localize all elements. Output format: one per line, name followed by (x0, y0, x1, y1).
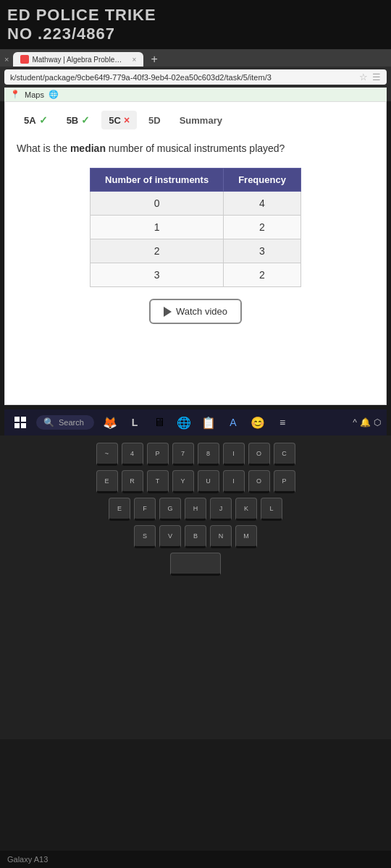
tab-5B-label: 5B (67, 115, 79, 126)
tab-5C[interactable]: 5C × (101, 111, 137, 129)
keyboard-row-1: E R T Y U I O P (22, 470, 369, 493)
taskbar-right: ^ 🔔 ⬡ (353, 417, 381, 427)
table-row: 12 (91, 216, 301, 239)
maps-globe-icon: 🌐 (49, 90, 59, 99)
key-S[interactable]: S (134, 525, 156, 548)
taskbar-search[interactable]: 🔍 Search (36, 415, 94, 430)
address-bar[interactable]: k/student/package/9cbe64f9-779a-40f3-9eb… (4, 69, 387, 85)
key-M[interactable]: M (235, 525, 257, 548)
cell-instruments: 0 (91, 192, 224, 216)
taskbar-icon-monitor[interactable]: 🖥 (149, 412, 169, 433)
tab-5A[interactable]: 5A ✓ (17, 111, 55, 129)
taskbar-chevron-icon[interactable]: ^ (353, 417, 357, 427)
tab-5D[interactable]: 5D (141, 111, 168, 129)
keyboard: ~ 4 P 7 8 I O C E R T Y U I O P E F G H … (22, 443, 369, 576)
top-bar: ED POLICE TRIKE NO .223/4867 (0, 0, 391, 49)
watch-video-label: Watch video (176, 306, 227, 317)
tab-summary[interactable]: Summary (172, 111, 230, 129)
search-text: Search (59, 418, 84, 427)
key-I[interactable]: I (223, 470, 245, 493)
key-F[interactable]: F (134, 498, 156, 521)
key-H[interactable]: H (185, 498, 206, 521)
start-button[interactable] (10, 412, 30, 433)
key-L[interactable]: L (261, 498, 282, 521)
key-4[interactable]: 4 (122, 443, 143, 466)
tab-summary-label: Summary (180, 115, 222, 126)
device-label: Galaxy A13 (7, 855, 48, 864)
taskbar-icon-face[interactable]: 😊 (248, 412, 268, 433)
taskbar-alert-icon[interactable]: 🔔 (360, 417, 371, 427)
taskbar-icon-bars[interactable]: ≡ (272, 412, 293, 433)
keyboard-row-2: E F G H J K L (22, 498, 369, 521)
keyboard-row-0: ~ 4 P 7 8 I O C (22, 443, 369, 466)
tab-label: Mathway | Algebra Problem So (32, 56, 126, 64)
cell-frequency: 3 (224, 239, 301, 263)
key-K[interactable]: K (235, 498, 257, 521)
table-row: 32 (91, 263, 301, 287)
question-suffix: number of musical instruments played? (106, 142, 285, 154)
key-N[interactable]: N (210, 525, 232, 548)
taskbar-time-icon: ⬡ (374, 417, 381, 427)
play-icon (164, 307, 172, 317)
taskbar-icon-fox[interactable]: 🦊 (100, 412, 120, 433)
cell-instruments: 3 (91, 263, 224, 287)
key-8[interactable]: 8 (198, 443, 219, 466)
maps-label[interactable]: Maps (25, 90, 44, 99)
question-keyword: median (70, 142, 106, 154)
key-tilde[interactable]: ~ (96, 443, 118, 466)
table-row: 23 (91, 239, 301, 263)
active-tab[interactable]: Mathway | Algebra Problem So × (13, 52, 143, 67)
key-i0[interactable]: I (223, 443, 245, 466)
watch-video-container: Watch video (17, 299, 374, 324)
windows-icon (14, 417, 26, 428)
key-P[interactable]: P (274, 470, 295, 493)
bottom-bar: Galaxy A13 (0, 851, 391, 868)
watch-video-button[interactable]: Watch video (149, 299, 242, 324)
key-p-top[interactable]: P (147, 443, 169, 466)
key-O[interactable]: O (248, 470, 270, 493)
cell-frequency: 2 (224, 263, 301, 287)
tab-5A-check-icon: ✓ (39, 114, 48, 126)
key-spacebar[interactable] (170, 553, 221, 576)
cell-frequency: 4 (224, 192, 301, 216)
key-T[interactable]: T (147, 470, 169, 493)
question-text: What is the median number of musical ins… (17, 141, 374, 156)
top-bar-line2: NO .223/4867 (7, 25, 384, 43)
key-R[interactable]: R (122, 470, 143, 493)
col-header-frequency: Frequency (224, 169, 301, 192)
tab-5B[interactable]: 5B ✓ (59, 111, 98, 129)
taskbar-icon-l[interactable]: L (125, 412, 145, 433)
key-Y[interactable]: Y (172, 470, 194, 493)
key-B[interactable]: B (185, 525, 206, 548)
bookmark-icon[interactable]: ☆ (359, 72, 368, 82)
cell-instruments: 1 (91, 216, 224, 239)
tab-close-icon[interactable]: × (133, 56, 137, 64)
key-V[interactable]: V (159, 525, 181, 548)
tab-5B-check-icon: ✓ (81, 114, 90, 126)
taskbar-icon-clipboard[interactable]: 📋 (198, 412, 219, 433)
key-7[interactable]: 7 (172, 443, 194, 466)
key-G[interactable]: G (159, 498, 181, 521)
tab-favicon-icon (20, 55, 29, 64)
key-E2[interactable]: E (109, 498, 130, 521)
keyboard-row-3: S V B N M (22, 525, 369, 548)
tab-5C-label: 5C (109, 115, 121, 126)
new-tab-button[interactable]: + (146, 53, 161, 66)
key-o0[interactable]: O (248, 443, 270, 466)
table-row: 04 (91, 192, 301, 216)
taskbar: 🔍 Search 🦊 L 🖥 🌐 📋 A 😊 ≡ ^ 🔔 ⬡ (4, 409, 387, 435)
key-c0[interactable]: C (274, 443, 295, 466)
key-U[interactable]: U (198, 470, 219, 493)
taskbar-icon-globe[interactable]: 🌐 (174, 412, 194, 433)
key-E[interactable]: E (96, 470, 118, 493)
cell-instruments: 2 (91, 239, 224, 263)
taskbar-icon-number[interactable]: A (223, 412, 243, 433)
page-content: 5A ✓ 5B ✓ 5C × 5D Summary What is the me… (4, 101, 387, 405)
menu-icon[interactable]: ☰ (372, 72, 381, 82)
question-prefix: What is the (17, 142, 70, 154)
cell-frequency: 2 (224, 216, 301, 239)
key-J[interactable]: J (210, 498, 232, 521)
window-close-button[interactable]: × (4, 55, 9, 64)
keyboard-row-4 (22, 553, 369, 576)
search-icon: 🔍 (43, 417, 54, 427)
